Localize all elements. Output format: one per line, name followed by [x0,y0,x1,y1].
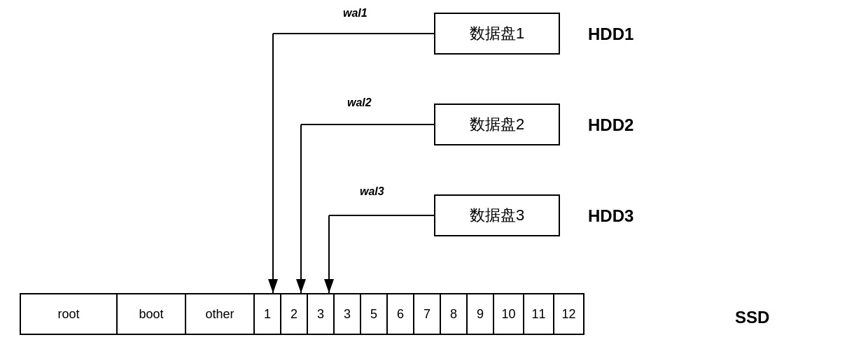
ssd-cell-12: 12 [553,293,584,335]
ssd-cell-root: root [20,293,118,335]
ssd-cell-boot: boot [116,293,186,335]
ssd-cell-3a: 3 [307,293,335,335]
hdd2-box: 数据盘2 [434,104,560,145]
hdd2-label: HDD2 [588,115,634,135]
hdd1-label: HDD1 [588,24,634,44]
ssd-cell-1: 1 [253,293,281,335]
ssd-cell-3b: 3 [333,293,361,335]
wal1-label: wal1 [343,7,368,20]
ssd-row: root boot other 1 2 3 3 5 6 7 8 9 10 11 … [21,293,584,335]
ssd-cell-10: 10 [493,293,524,335]
hdd3-box-label: 数据盘3 [470,205,524,226]
ssd-cell-2: 2 [280,293,308,335]
hdd3-label: HDD3 [588,206,634,226]
ssd-cell-6: 6 [386,293,414,335]
hdd1-box: 数据盘1 [434,13,560,55]
hdd1-box-label: 数据盘1 [470,23,524,44]
hdd2-box-label: 数据盘2 [470,114,524,135]
ssd-cell-9: 9 [466,293,494,335]
diagram-container: 数据盘1 数据盘2 数据盘3 HDD1 HDD2 HDD3 wal1 wal2 … [0,0,868,363]
ssd-cell-8: 8 [440,293,468,335]
ssd-cell-11: 11 [523,293,554,335]
ssd-label: SSD [735,308,769,327]
ssd-cell-other: other [185,293,255,335]
wal3-label: wal3 [360,185,384,198]
ssd-cell-7: 7 [413,293,441,335]
hdd3-box: 数据盘3 [434,194,560,236]
ssd-cell-5: 5 [360,293,388,335]
wal2-label: wal2 [347,97,372,109]
